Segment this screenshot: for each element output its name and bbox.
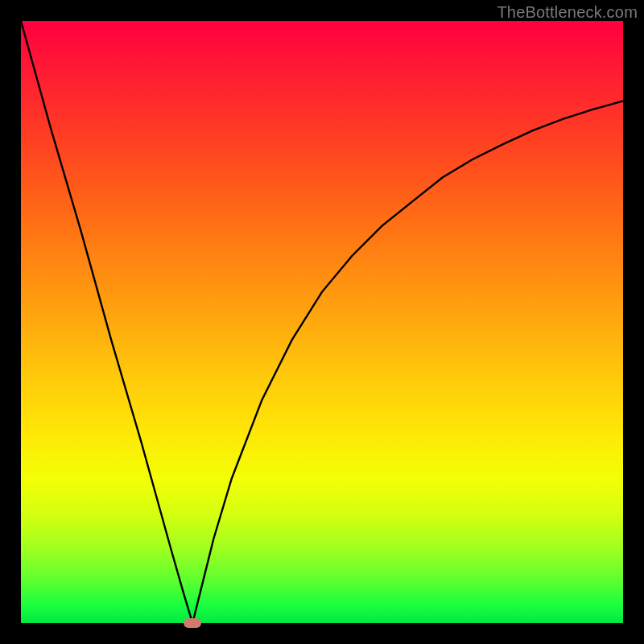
chart-frame: TheBottleneck.com [0,0,644,644]
watermark-text: TheBottleneck.com [497,3,638,22]
minimum-marker [184,618,201,628]
plot-area [21,21,623,623]
bottleneck-curve [21,21,623,623]
curve-right-branch [192,101,623,623]
curve-left-branch [21,21,192,623]
